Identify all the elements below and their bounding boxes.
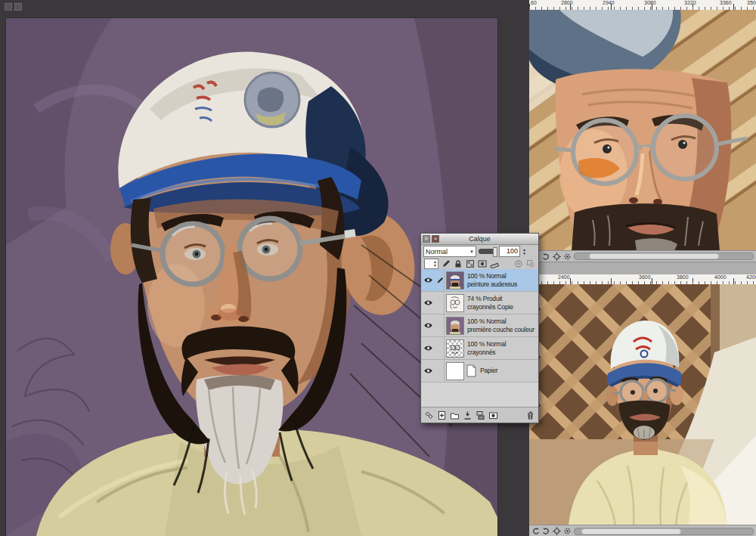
layer-status-column <box>435 292 445 314</box>
scrollbar-thumb[interactable] <box>581 528 681 534</box>
layer-blend-info: 100 % Normal <box>467 318 537 326</box>
spinner-down-icon[interactable]: ▼ <box>522 252 526 256</box>
window-head-strip[interactable] <box>529 262 756 275</box>
editing-pen-icon <box>435 269 445 291</box>
reference-window-bottom: 2400 3600 3800 4000 4200 <box>529 262 756 536</box>
visibility-eye-icon[interactable] <box>423 365 434 376</box>
chevron-down-icon: ▼ <box>469 249 474 254</box>
layers-palette: ≡ × Calque Normal ▼ 100 ▲ ▼ ▲▼ <box>420 233 539 423</box>
ruler-label: 2400 <box>558 274 570 280</box>
horizontal-ruler-top: 60 2800 2940 3080 3220 3360 3500 <box>529 0 756 11</box>
new-layer-icon[interactable] <box>437 411 447 420</box>
transfer-down-icon[interactable] <box>463 411 472 420</box>
rotate-right-icon[interactable] <box>542 253 550 261</box>
ruler-label: 2800 <box>561 0 573 6</box>
ruler-label: 3080 <box>644 0 656 6</box>
layer-name: Papier <box>480 367 537 375</box>
paper-layer-icon <box>466 364 477 377</box>
delete-layer-trash-icon[interactable] <box>525 411 535 420</box>
horizontal-scrollbar-bottom[interactable] <box>574 528 754 535</box>
palette-title-bar[interactable]: ≡ × Calque <box>421 234 538 245</box>
visibility-eye-icon[interactable] <box>423 342 434 354</box>
blend-mode-dropdown[interactable]: Normal ▼ <box>423 246 476 257</box>
palette-menu-icon[interactable]: ≡ <box>423 235 430 243</box>
new-folder-icon[interactable] <box>450 411 460 420</box>
layer-row-premiere-couche-couleur[interactable]: 100 % Normal première couche couleur <box>421 314 538 337</box>
layer-name: crayonnés Copie <box>467 303 537 311</box>
workspace: 60 2800 2940 3080 3220 3360 3500 <box>0 0 756 536</box>
rotate-right-icon[interactable] <box>542 527 550 535</box>
clipping-icon[interactable] <box>526 259 535 268</box>
reference-window-top: 60 2800 2940 3080 3220 3360 3500 <box>529 0 756 262</box>
view-toolbar-top <box>529 250 756 262</box>
reset-view-icon[interactable] <box>553 527 561 535</box>
lock-transparency-icon[interactable] <box>466 259 475 268</box>
ruler-label: 3600 <box>639 274 651 280</box>
layer-row-peinture-audessus[interactable]: 100 % Normal peinture audessus <box>421 269 538 292</box>
visibility-eye-icon[interactable] <box>423 297 434 308</box>
enable-mask-icon[interactable] <box>478 259 487 268</box>
layer-mask-icon[interactable] <box>488 411 498 420</box>
ruler-label: 60 <box>531 0 537 6</box>
window-menu-icon[interactable] <box>5 3 12 11</box>
reference-photo-closeup[interactable] <box>529 10 756 251</box>
opacity-value-field[interactable]: 100 <box>499 246 520 257</box>
layer-name: première couche couleur <box>467 326 537 334</box>
layer-actions-toolbar <box>421 407 538 423</box>
layer-thumbnail[interactable] <box>446 339 464 358</box>
layer-row-crayonnes-copie[interactable]: 74 % Produit crayonnés Copie <box>421 292 538 314</box>
ruler-label: 3360 <box>720 0 732 6</box>
ruler-label: 3220 <box>684 0 696 6</box>
blend-mode-value: Normal <box>426 248 448 256</box>
layer-property-toolbar: ▲▼ <box>421 258 538 270</box>
visibility-eye-icon[interactable] <box>423 320 434 331</box>
reference-photo-closeup-image <box>529 10 756 251</box>
layer-status-column <box>435 314 445 336</box>
ruler-label: 2940 <box>603 0 615 6</box>
ruler-label: 4000 <box>714 274 727 280</box>
layer-thumbnail[interactable] <box>446 362 464 380</box>
palette-stepper[interactable]: ▲▼ <box>424 259 438 269</box>
lock-layer-icon[interactable] <box>454 259 463 268</box>
reset-view-icon[interactable] <box>553 253 561 261</box>
layer-row-papier[interactable]: Papier <box>421 360 538 383</box>
merge-style-icon[interactable] <box>424 411 434 420</box>
layer-thumbnail[interactable] <box>446 317 464 335</box>
horizontal-scrollbar-top[interactable] <box>574 253 754 260</box>
ruler-label: 3800 <box>677 274 689 280</box>
layer-blend-info: 100 % Normal <box>467 272 537 280</box>
rotate-left-icon[interactable] <box>531 527 540 535</box>
opacity-slider[interactable] <box>479 249 497 254</box>
layer-name: peinture audessus <box>467 280 537 289</box>
layer-status-column <box>435 360 445 382</box>
layer-list: 100 % Normal peinture audessus 74 % Prod… <box>421 269 538 407</box>
view-settings-gear-icon[interactable] <box>563 253 572 261</box>
layer-status-column <box>435 337 445 359</box>
layer-thumbnail[interactable] <box>446 294 464 312</box>
layer-row-crayonnes[interactable]: 100 % Normal crayonnés <box>421 337 538 360</box>
layer-name: crayonnés <box>467 349 537 357</box>
view-settings-gear-icon[interactable] <box>563 527 572 535</box>
scrollbar-thumb[interactable] <box>589 253 719 259</box>
blend-opacity-controls: Normal ▼ 100 ▲ ▼ <box>421 245 538 258</box>
reference-photo-wide[interactable] <box>529 284 756 525</box>
visibility-eye-icon[interactable] <box>423 274 434 286</box>
view-toolbar-bottom <box>529 525 756 536</box>
ruler-label: 3500 <box>747 0 756 6</box>
layer-thumbnail[interactable] <box>446 271 464 290</box>
ruler-icon[interactable] <box>490 259 499 268</box>
palette-close-button[interactable]: × <box>432 235 439 243</box>
window-close-icon[interactable] <box>14 3 22 11</box>
reference-photo-wide-image <box>529 284 756 525</box>
draft-pen-icon[interactable] <box>442 259 451 268</box>
reference-layer-icon[interactable] <box>514 259 523 268</box>
layer-blend-info: 74 % Produit <box>467 295 537 303</box>
canvas-window-controls[interactable] <box>5 3 22 11</box>
ruler-label: 4200 <box>746 274 756 280</box>
merge-down-icon[interactable] <box>476 411 485 420</box>
opacity-spinner[interactable]: ▲ ▼ <box>522 248 526 256</box>
layer-blend-info: 100 % Normal <box>467 340 537 349</box>
horizontal-ruler-bottom: 2400 3600 3800 4000 4200 <box>529 274 756 285</box>
